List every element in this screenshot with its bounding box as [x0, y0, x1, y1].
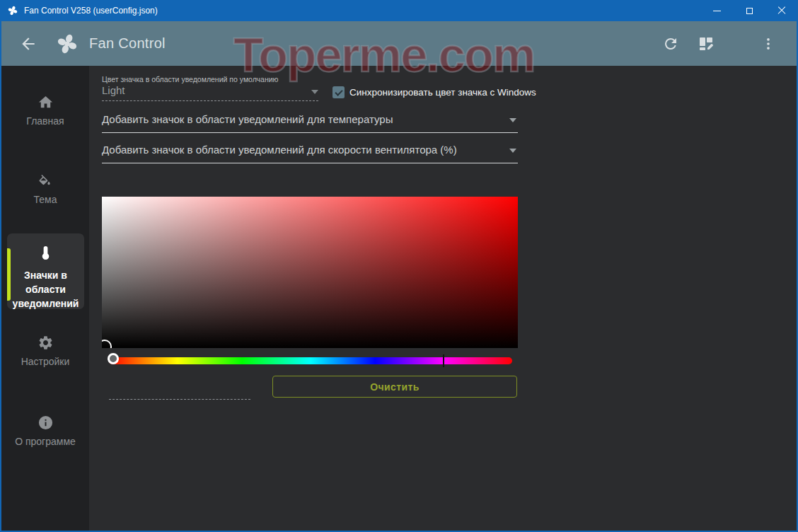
disabled-field-underline	[109, 399, 250, 400]
edit-layout-button[interactable]	[695, 33, 717, 55]
fan-logo-icon	[55, 32, 79, 56]
minimize-button[interactable]	[700, 0, 733, 21]
sidebar-item-theme[interactable]: Тема	[1, 173, 89, 205]
back-button[interactable]	[18, 34, 38, 54]
main-content: Цвет значка в области уведомлений по умо…	[89, 66, 797, 531]
overflow-menu-button[interactable]	[757, 33, 780, 55]
sidebar-item-label: Главная	[1, 115, 89, 127]
maximize-button[interactable]	[733, 0, 765, 21]
header-actions	[659, 33, 798, 55]
info-icon	[37, 415, 54, 431]
sidebar-item-label: О программе	[1, 436, 89, 447]
hue-marker-tick	[443, 354, 444, 367]
temperature-tray-dropdown[interactable]: Добавить значок в области уведомлений дл…	[102, 112, 518, 133]
sidebar-item-label: Настройки	[1, 356, 89, 367]
clear-button[interactable]: Очистить	[272, 376, 517, 398]
sidebar-item-tray-icons[interactable]: Значки в области уведомлений	[7, 233, 84, 309]
tray-color-underline	[102, 100, 318, 101]
sidebar-item-about[interactable]: О программе	[1, 415, 89, 447]
page-title: Fan Control	[89, 35, 166, 52]
minimize-icon	[713, 11, 721, 11]
refresh-button[interactable]	[659, 33, 682, 55]
gear-icon	[37, 335, 54, 351]
window-title: Fan Control V258 (userConfig.json)	[24, 6, 158, 16]
paint-bucket-icon	[37, 173, 54, 189]
back-arrow-icon	[19, 35, 37, 53]
dropdown-underline	[102, 163, 518, 163]
titlebar: Fan Control V258 (userConfig.json)	[0, 0, 798, 21]
dropdown-underline	[102, 132, 518, 133]
fan-speed-tray-dropdown[interactable]: Добавить значок в области уведомлений дл…	[102, 142, 518, 163]
saturation-value-picker[interactable]	[102, 197, 518, 348]
app-window: Fan Control V258 (userConfig.json) Fan C…	[0, 0, 798, 532]
tray-color-select[interactable]: Light	[102, 84, 125, 96]
dashboard-edit-icon	[698, 35, 715, 52]
sidebar-item-label: Тема	[1, 194, 89, 205]
sync-windows-checkbox[interactable]	[332, 86, 345, 98]
close-button[interactable]	[765, 0, 798, 21]
maximize-icon	[746, 8, 753, 14]
saturation-value-cursor[interactable]	[102, 340, 112, 348]
sidebar-item-home[interactable]: Главная	[1, 94, 89, 127]
sidebar: Главная Тема Значки в области уведомлени…	[1, 66, 89, 531]
fan-icon	[7, 5, 18, 16]
sync-windows-label: Синхронизировать цвет значка с Windows	[349, 87, 536, 98]
chevron-down-icon	[509, 149, 516, 153]
thermometer-icon	[37, 245, 54, 261]
body: Главная Тема Значки в области уведомлени…	[1, 66, 797, 531]
fan-speed-tray-dropdown-label: Добавить значок в области уведомлений дл…	[102, 144, 457, 156]
kebab-menu-icon	[761, 36, 776, 52]
hue-slider-thumb[interactable]	[108, 353, 119, 364]
temperature-tray-dropdown-label: Добавить значок в области уведомлений дл…	[102, 113, 393, 125]
active-indicator	[7, 248, 11, 301]
refresh-icon	[662, 35, 679, 52]
app-header: Fan Control	[0, 21, 798, 66]
close-icon	[777, 6, 786, 15]
tray-color-label: Цвет значка в области уведомлений по умо…	[102, 75, 278, 83]
chevron-down-icon	[311, 90, 318, 94]
hue-slider[interactable]	[109, 357, 512, 364]
sidebar-item-settings[interactable]: Настройки	[1, 335, 89, 367]
chevron-down-icon	[509, 118, 516, 122]
window-controls	[700, 0, 798, 21]
sidebar-item-label: Значки в области уведомлений	[7, 268, 84, 311]
home-icon	[37, 94, 54, 110]
